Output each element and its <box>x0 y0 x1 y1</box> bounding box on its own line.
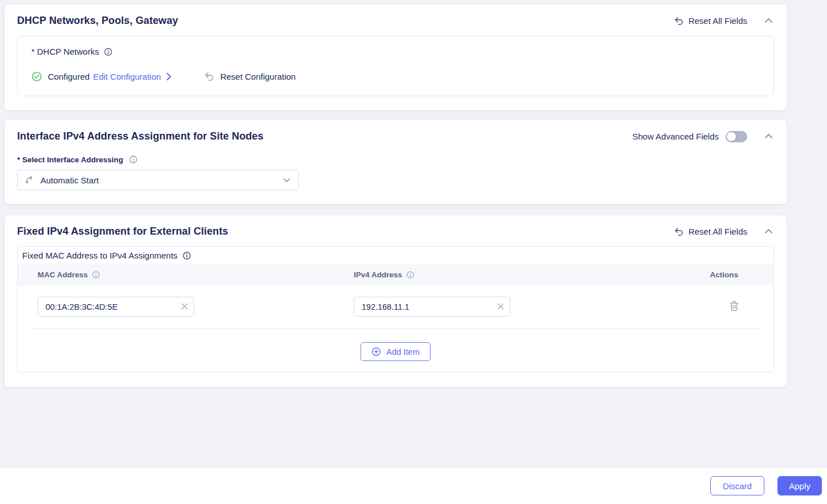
mac-to-ipv4-table-label: Fixed MAC Address to IPv4 Assignments <box>22 251 178 260</box>
fixed-ipv4-card: Fixed IPv4 Assignment for External Clien… <box>5 215 787 387</box>
settings-page: DHCP Networks, Pools, Gateway Reset All … <box>0 0 827 401</box>
ipv4-address-cell <box>354 297 690 317</box>
info-circle-icon[interactable] <box>104 47 113 56</box>
dhcp-card-header: DHCP Networks, Pools, Gateway Reset All … <box>17 15 774 27</box>
plus-circle-icon <box>371 347 381 357</box>
interface-addressing-card: Interface IPv4 Address Assignment for Si… <box>5 120 787 204</box>
reset-configuration-button[interactable]: Reset Configuration <box>204 71 296 82</box>
column-header-actions: Actions <box>690 271 773 279</box>
column-header-mac: MAC Address <box>38 271 354 279</box>
toggle-knob <box>727 132 736 141</box>
info-circle-icon[interactable] <box>406 271 415 279</box>
trash-icon <box>729 305 739 313</box>
ipv4-address-header-label: IPv4 Address <box>354 271 402 279</box>
reset-all-fields-button[interactable]: Reset All Fields <box>674 16 747 26</box>
interface-card-header-actions: Show Advanced Fields <box>632 131 774 142</box>
mac-address-header-label: MAC Address <box>38 271 88 279</box>
interface-addressing-select[interactable]: Automatic Start <box>17 170 299 190</box>
add-item-button[interactable]: Add Item <box>361 342 430 361</box>
reset-all-fields-button[interactable]: Reset All Fields <box>674 227 747 237</box>
show-advanced-fields-toggle[interactable] <box>726 131 747 142</box>
select-interface-addressing-label: * Select Interface Addressing <box>17 155 123 164</box>
dhcp-networks-field-box: * DHCP Networks Configured Edit Configur… <box>17 36 774 96</box>
collapse-section-button[interactable] <box>763 131 774 142</box>
footer-action-bar: Discard Apply <box>0 467 827 504</box>
info-circle-icon[interactable] <box>182 251 191 260</box>
reset-all-fields-label: Reset All Fields <box>689 227 747 236</box>
dhcp-networks-card: DHCP Networks, Pools, Gateway Reset All … <box>5 5 787 110</box>
reset-configuration-label: Reset Configuration <box>220 72 296 81</box>
chevron-up-icon <box>764 17 773 25</box>
add-item-label: Add Item <box>386 347 419 357</box>
delete-row-button[interactable] <box>728 300 740 314</box>
column-header-ipv4: IPv4 Address <box>354 271 690 279</box>
undo-arrow-icon <box>674 16 684 26</box>
edit-configuration-label: Edit Configuration <box>93 72 161 81</box>
x-clear-icon[interactable] <box>177 299 192 314</box>
interface-card-title: Interface IPv4 Address Assignment for Si… <box>17 130 264 142</box>
mac-address-input-wrap <box>38 297 194 317</box>
ipv4-address-input-wrap <box>354 297 510 317</box>
chevron-down-icon <box>283 178 290 183</box>
dhcp-card-header-actions: Reset All Fields <box>674 15 774 26</box>
undo-arrow-icon <box>674 227 684 237</box>
fixed-card-header-actions: Reset All Fields <box>674 226 774 237</box>
x-clear-icon[interactable] <box>493 299 508 314</box>
apply-button[interactable]: Apply <box>777 476 822 495</box>
chevron-up-icon <box>764 132 773 141</box>
chevron-right-icon <box>166 72 172 81</box>
dhcp-config-status-row: Configured Edit Configuration Reset Conf… <box>31 71 762 82</box>
advanced-fields-toggle-label: Show Advanced Fields <box>632 132 719 141</box>
advanced-fields-toggle-row: Show Advanced Fields <box>632 131 747 142</box>
interface-card-header: Interface IPv4 Address Assignment for Si… <box>17 130 774 142</box>
dhcp-card-title: DHCP Networks, Pools, Gateway <box>17 15 178 27</box>
collapse-section-button[interactable] <box>763 15 774 26</box>
reset-all-fields-label: Reset All Fields <box>689 16 747 26</box>
undo-arrow-icon <box>204 71 215 82</box>
ipv4-address-input[interactable] <box>354 297 510 317</box>
row-actions-cell <box>690 300 773 314</box>
edit-configuration-link[interactable]: Edit Configuration <box>93 72 171 81</box>
interface-addressing-select-value: Automatic Start <box>40 175 283 185</box>
config-status-text: Configured <box>48 72 89 81</box>
mac-to-ipv4-table: Fixed MAC Address to IPv4 Assignments MA… <box>17 246 774 372</box>
table-header-row: MAC Address IPv4 Address Actions <box>18 264 773 285</box>
discard-button[interactable]: Discard <box>710 476 764 495</box>
mac-to-ipv4-table-label-row: Fixed MAC Address to IPv4 Assignments <box>18 247 773 264</box>
check-circle-icon <box>31 71 42 82</box>
chevron-up-icon <box>764 227 773 236</box>
route-icon <box>24 175 35 185</box>
fixed-card-header: Fixed IPv4 Assignment for External Clien… <box>17 226 774 237</box>
add-item-row: Add Item <box>18 329 773 372</box>
info-circle-icon[interactable] <box>92 271 100 279</box>
table-row <box>18 285 773 328</box>
select-interface-addressing-label-row: * Select Interface Addressing <box>17 155 774 164</box>
mac-address-input[interactable] <box>38 297 194 317</box>
actions-header-label: Actions <box>710 271 738 279</box>
mac-address-cell <box>38 297 354 317</box>
dhcp-networks-field-label-row: * DHCP Networks <box>31 47 762 56</box>
info-circle-icon[interactable] <box>129 155 138 164</box>
collapse-section-button[interactable] <box>763 226 774 237</box>
fixed-card-title: Fixed IPv4 Assignment for External Clien… <box>17 226 228 237</box>
dhcp-networks-field-label: * DHCP Networks <box>31 47 99 56</box>
